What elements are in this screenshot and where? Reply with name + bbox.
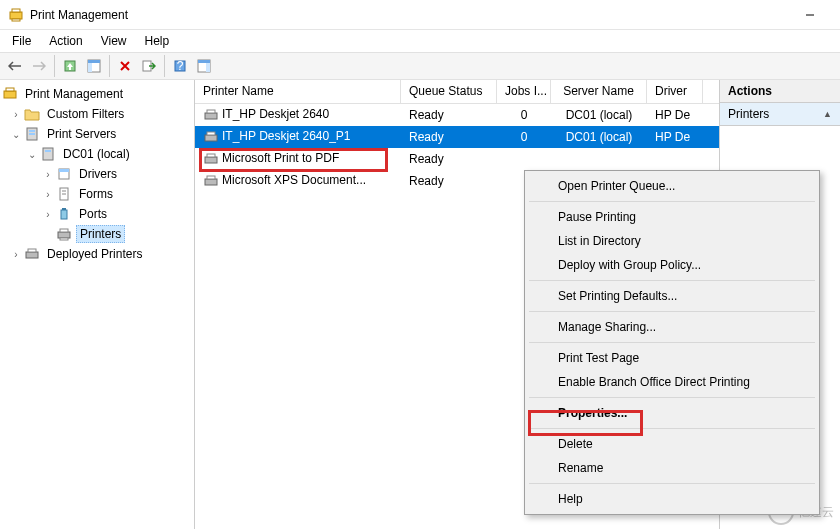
printer-row[interactable]: Microsoft Print to PDF Ready xyxy=(195,148,719,170)
menu-file[interactable]: File xyxy=(4,32,39,50)
printer-icon xyxy=(56,226,72,242)
tree-custom-filters[interactable]: › Custom Filters xyxy=(0,104,194,124)
menu-properties[interactable]: Properties... xyxy=(528,401,816,425)
tree-print-servers[interactable]: ⌄ Print Servers xyxy=(0,124,194,144)
svg-rect-19 xyxy=(43,148,53,160)
tree-server[interactable]: ⌄ DC01 (local) xyxy=(0,144,194,164)
collapse-icon[interactable]: ⌄ xyxy=(8,126,24,142)
svg-rect-0 xyxy=(10,12,22,19)
menu-separator xyxy=(529,483,815,484)
expand-icon[interactable]: › xyxy=(8,106,24,122)
tree-label: Ports xyxy=(76,206,110,222)
printer-icon xyxy=(203,107,219,123)
menu-printing-defaults[interactable]: Set Printing Defaults... xyxy=(528,284,816,308)
server-cell: DC01 (local) xyxy=(551,106,647,124)
queue-status-cell: Ready xyxy=(401,172,497,190)
svg-rect-26 xyxy=(61,210,67,219)
print-management-icon xyxy=(2,86,18,102)
help-button[interactable]: ? xyxy=(169,55,191,77)
queue-status-cell: Ready xyxy=(401,150,497,168)
queue-status-cell: Ready xyxy=(401,128,497,146)
column-printer-name[interactable]: Printer Name xyxy=(195,80,401,103)
menu-help[interactable]: Help xyxy=(528,487,816,511)
svg-rect-34 xyxy=(207,110,215,113)
menu-separator xyxy=(529,201,815,202)
svg-rect-1 xyxy=(12,9,20,12)
menu-branch-printing[interactable]: Enable Branch Office Direct Printing xyxy=(528,370,816,394)
export-button[interactable] xyxy=(138,55,160,77)
delete-button[interactable] xyxy=(114,55,136,77)
column-headers: Printer Name Queue Status Jobs I... Serv… xyxy=(195,80,719,104)
deployed-printer-icon xyxy=(24,246,40,262)
actions-printers[interactable]: Printers ▲ xyxy=(720,103,840,126)
svg-rect-18 xyxy=(29,133,35,135)
layout-button[interactable] xyxy=(193,55,215,77)
svg-rect-29 xyxy=(60,229,68,232)
svg-rect-36 xyxy=(207,132,215,135)
actions-header: Actions xyxy=(720,80,840,103)
show-tree-button[interactable] xyxy=(83,55,105,77)
menu-print-test-page[interactable]: Print Test Page xyxy=(528,346,816,370)
tree-printers[interactable]: Printers xyxy=(0,224,194,244)
forward-button[interactable] xyxy=(28,55,50,77)
menu-deploy-group-policy[interactable]: Deploy with Group Policy... xyxy=(528,253,816,277)
column-server-name[interactable]: Server Name xyxy=(551,80,647,103)
menu-rename[interactable]: Rename xyxy=(528,456,816,480)
svg-rect-37 xyxy=(205,157,217,163)
menu-view[interactable]: View xyxy=(93,32,135,50)
minimize-button[interactable] xyxy=(788,1,832,29)
back-button[interactable] xyxy=(4,55,26,77)
driver-cell xyxy=(647,157,703,161)
tree-label: Drivers xyxy=(76,166,120,182)
tree-ports[interactable]: › Ports xyxy=(0,204,194,224)
printer-row-selected[interactable]: IT_HP Deskjet 2640_P1 Ready 0 DC01 (loca… xyxy=(195,126,719,148)
menu-separator xyxy=(529,342,815,343)
svg-rect-22 xyxy=(59,169,69,172)
tree-root[interactable]: Print Management xyxy=(0,84,194,104)
expand-icon[interactable]: › xyxy=(40,206,56,222)
printer-context-menu[interactable]: Open Printer Queue... Pause Printing Lis… xyxy=(524,170,820,515)
toolbar: ? xyxy=(0,52,840,80)
menu-help[interactable]: Help xyxy=(137,32,178,50)
tree-forms[interactable]: › Forms xyxy=(0,184,194,204)
printer-icon xyxy=(203,129,219,145)
collapse-icon[interactable]: ⌄ xyxy=(24,146,40,162)
svg-rect-32 xyxy=(28,249,36,252)
svg-rect-12 xyxy=(198,60,210,63)
menu-pause-printing[interactable]: Pause Printing xyxy=(528,205,816,229)
menu-action[interactable]: Action xyxy=(41,32,90,50)
expand-icon[interactable]: › xyxy=(40,166,56,182)
form-icon xyxy=(56,186,72,202)
expand-icon[interactable]: › xyxy=(40,186,56,202)
menu-separator xyxy=(529,397,815,398)
svg-rect-13 xyxy=(206,63,210,72)
up-button[interactable] xyxy=(59,55,81,77)
svg-rect-27 xyxy=(62,208,66,210)
menu-open-queue[interactable]: Open Printer Queue... xyxy=(528,174,816,198)
svg-rect-38 xyxy=(207,154,215,157)
toolbar-separator xyxy=(109,55,110,77)
menu-manage-sharing[interactable]: Manage Sharing... xyxy=(528,315,816,339)
driver-cell: HP De xyxy=(647,106,703,124)
printer-icon xyxy=(203,173,219,189)
svg-rect-28 xyxy=(58,232,70,238)
column-driver[interactable]: Driver xyxy=(647,80,703,103)
svg-rect-20 xyxy=(45,150,51,152)
tree-deployed-printers[interactable]: › Deployed Printers xyxy=(0,244,194,264)
toolbar-separator xyxy=(164,55,165,77)
expand-icon[interactable]: › xyxy=(8,246,24,262)
printer-row[interactable]: IT_HP Deskjet 2640 Ready 0 DC01 (local) … xyxy=(195,104,719,126)
svg-rect-33 xyxy=(205,113,217,119)
column-queue-status[interactable]: Queue Status xyxy=(401,80,497,103)
svg-rect-31 xyxy=(26,252,38,258)
menu-delete[interactable]: Delete xyxy=(528,432,816,456)
tree-label: Custom Filters xyxy=(44,106,127,122)
tree-drivers[interactable]: › Drivers xyxy=(0,164,194,184)
column-jobs[interactable]: Jobs I... xyxy=(497,80,551,103)
window-title: Print Management xyxy=(30,8,128,22)
navigation-tree[interactable]: Print Management › Custom Filters ⌄ Prin… xyxy=(0,80,195,529)
menu-separator xyxy=(529,428,815,429)
svg-rect-39 xyxy=(205,179,217,185)
menu-list-directory[interactable]: List in Directory xyxy=(528,229,816,253)
chevron-up-icon: ▲ xyxy=(823,109,832,119)
